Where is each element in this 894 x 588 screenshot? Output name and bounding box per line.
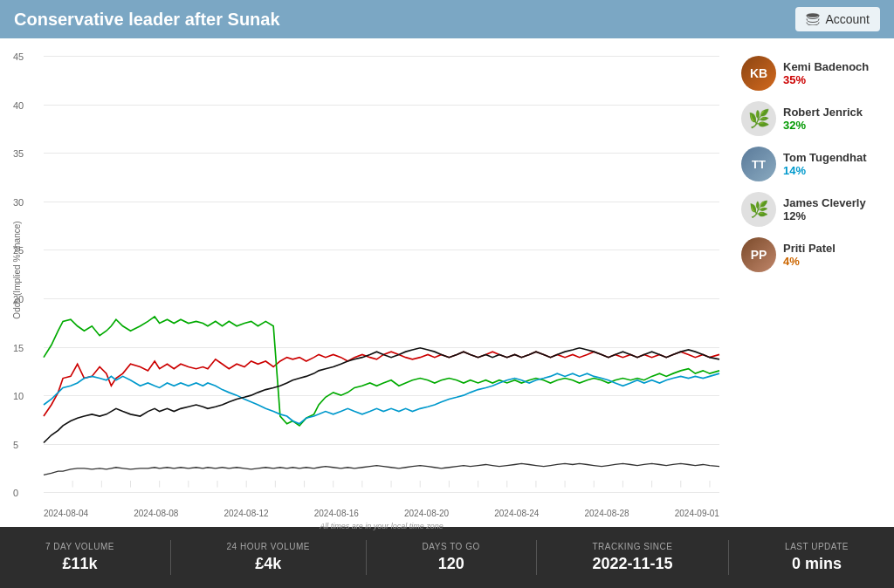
chart-area: Odds (Implied % chance) 45 40 35 30 25: [0, 38, 737, 527]
footer-stat-days: DAYS TO GO 120: [423, 542, 480, 573]
footer-stat-24h: 24 HOUR VOLUME £4k: [227, 542, 310, 573]
priti-line: [44, 463, 719, 475]
tom-line: [44, 373, 719, 424]
x-label-4: 2024-08-16: [314, 509, 359, 518]
x-label-7: 2024-08-28: [585, 509, 629, 518]
tick-marks: [72, 481, 710, 488]
legend-name-priti: Priti Patel: [783, 242, 836, 255]
footer-divider-2: [366, 540, 367, 575]
legend-pct-robert: 32%: [783, 119, 863, 132]
legend-text-kemi: Kemi Badenoch 35%: [783, 60, 869, 86]
account-button[interactable]: Account: [795, 7, 880, 31]
header: Conservative leader after Sunak Account: [0, 0, 894, 38]
legend-text-robert: Robert Jenrick 32%: [783, 106, 863, 132]
avatar-kemi: KB: [741, 56, 776, 91]
robert-line: [44, 317, 719, 426]
legend-item-tom: TT Tom Tugendhat 14%: [741, 147, 885, 181]
x-label-1: 2024-08-04: [44, 509, 88, 518]
main-content: Odds (Implied % chance) 45 40 35 30 25: [0, 38, 894, 527]
stat-value-days: 120: [423, 555, 480, 573]
legend-pct-kemi: 35%: [783, 73, 869, 86]
footer-divider-4: [728, 540, 729, 575]
stat-label-tracking: TRACKING SINCE: [592, 542, 672, 551]
stat-label-update: LAST UPDATE: [785, 542, 849, 551]
footer-stat-tracking: TRACKING SINCE 2022-11-15: [592, 542, 672, 573]
legend-text-priti: Priti Patel 4%: [783, 242, 836, 268]
legend-text-james: James Cleverly 12%: [783, 196, 866, 222]
x-label-5: 2024-08-20: [404, 509, 449, 518]
legend-name-robert: Robert Jenrick: [783, 106, 863, 119]
x-label-6: 2024-08-24: [494, 509, 539, 518]
x-label-3: 2024-08-12: [224, 509, 269, 518]
page-title: Conservative leader after Sunak: [14, 10, 280, 30]
database-icon: [806, 13, 820, 25]
legend-name-kemi: Kemi Badenoch: [783, 60, 869, 73]
avatar-robert: 🌿: [741, 101, 776, 136]
stat-value-update: 0 mins: [785, 555, 849, 573]
james-line: [44, 348, 719, 443]
legend-pct-james: 12%: [783, 209, 866, 222]
footer-divider-3: [536, 540, 537, 575]
x-label-2: 2024-08-08: [134, 509, 178, 518]
legend-name-james: James Cleverly: [783, 196, 866, 209]
legend-item-james: 🌿 James Cleverly 12%: [741, 192, 885, 227]
avatar-tom: TT: [741, 147, 776, 181]
stat-value-tracking: 2022-11-15: [592, 555, 672, 573]
x-label-8: 2024-09-01: [675, 509, 719, 518]
account-label: Account: [825, 12, 870, 26]
legend-item-priti: PP Priti Patel 4%: [741, 237, 885, 272]
stat-value-7day: £11k: [45, 555, 114, 573]
stat-value-24h: £4k: [227, 555, 310, 573]
legend-item-robert: 🌿 Robert Jenrick 32%: [741, 101, 885, 136]
chart-inner: 45 40 35 30 25 20 15 10 5: [44, 56, 719, 492]
stat-label-7day: 7 DAY VOLUME: [45, 542, 114, 551]
stat-label-24h: 24 HOUR VOLUME: [227, 542, 310, 551]
footer-stat-update: LAST UPDATE 0 mins: [785, 542, 849, 573]
legend-pct-tom: 14%: [783, 164, 867, 177]
footer-divider-1: [170, 540, 171, 575]
legend-name-tom: Tom Tugendhat: [783, 151, 867, 164]
legend-pct-priti: 4%: [783, 255, 836, 268]
footer: 7 DAY VOLUME £11k 24 HOUR VOLUME £4k DAY…: [0, 527, 894, 588]
chart-container: Odds (Implied % chance) 45 40 35 30 25: [9, 47, 728, 527]
avatar-priti: PP: [741, 237, 776, 272]
chart-svg: [44, 56, 719, 492]
x-axis-labels: 2024-08-04 2024-08-08 2024-08-12 2024-08…: [44, 509, 719, 518]
avatar-james: 🌿: [741, 192, 776, 227]
legend-item-kemi: KB Kemi Badenoch 35%: [741, 56, 885, 91]
svg-point-0: [807, 14, 819, 17]
timezone-note: All times are in your local time zone: [44, 522, 719, 530]
legend-text-tom: Tom Tugendhat 14%: [783, 151, 867, 177]
footer-stat-7day: 7 DAY VOLUME £11k: [45, 542, 114, 573]
legend-area: KB Kemi Badenoch 35% 🌿 Robert Jenrick 32…: [737, 38, 894, 527]
stat-label-days: DAYS TO GO: [423, 542, 480, 551]
